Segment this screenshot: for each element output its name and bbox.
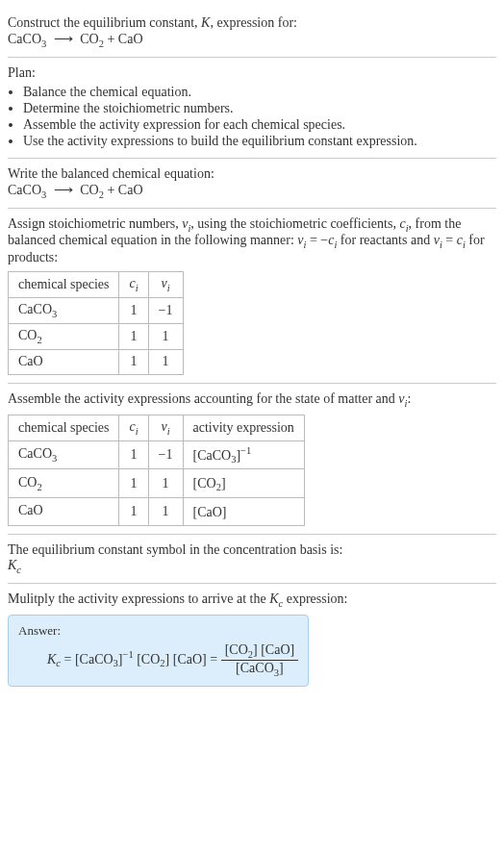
col-ci: ci [119, 272, 148, 298]
nui-cell: 1 [148, 323, 183, 349]
multiply-heading: Mulitply the activity expressions to arr… [8, 591, 496, 609]
species-name: CaCO [18, 302, 52, 316]
k-sym: K [47, 651, 56, 666]
table-header-row: chemical species ci νi activity expressi… [9, 415, 305, 441]
reactant-1-sub: 3 [41, 189, 46, 200]
t1-pre: [CaCO [75, 651, 113, 666]
plan-item: Use the activity expressions to build th… [23, 134, 496, 149]
species-name: CaO [18, 354, 43, 368]
table-row: CaCO3 1 −1 [CaCO3]−1 [9, 440, 305, 468]
col-activity: activity expression [183, 415, 304, 441]
act-pre: [CaCO [193, 448, 232, 463]
nui-cell: −1 [148, 297, 183, 323]
prompt-section: Construct the equilibrium constant, K, e… [8, 8, 496, 58]
table-row: CO2 1 1 [9, 323, 184, 349]
act-post: ] [221, 476, 226, 490]
stoich-t2: , using the stoichiometric coefficients, [190, 216, 399, 231]
table-row: CaO 1 1 [9, 349, 184, 375]
reactant-1-sub: 3 [41, 38, 46, 49]
species-name: CO [18, 475, 37, 490]
prompt-line: Construct the equilibrium constant, K, e… [8, 15, 496, 31]
activity-cell: [CaCO3]−1 [183, 440, 304, 468]
activity-table: chemical species ci νi activity expressi… [8, 415, 305, 526]
species-cell: CO2 [9, 469, 119, 497]
col-nui: νi [148, 272, 183, 298]
species-cell: CO2 [9, 323, 119, 349]
num-a: [CO [225, 642, 248, 657]
ci-cell: 1 [119, 323, 148, 349]
species-cell: CaCO3 [9, 297, 119, 323]
table-row: CO2 1 1 [CO2] [9, 469, 305, 497]
act-post: ] [222, 505, 227, 519]
k-sub: c [16, 565, 21, 575]
balanced-heading: Write the balanced chemical equation: [8, 166, 496, 182]
species-sub: 3 [52, 309, 57, 319]
stoich-table: chemical species ci νi CaCO3 1 −1 CO2 1 … [8, 271, 184, 375]
product-2: CaO [118, 183, 143, 197]
reactant-1: CaCO [8, 32, 41, 46]
den-post: ] [279, 661, 284, 675]
col-nui: νi [148, 415, 183, 441]
species-sub: 2 [37, 482, 41, 492]
ci-cell: 1 [119, 349, 148, 375]
prompt-text-b: , expression for: [210, 15, 297, 30]
species-sub: 2 [37, 335, 41, 345]
species-cell: CaO [9, 349, 119, 375]
kc-symbol: Kc [8, 558, 496, 575]
product-2: CaO [118, 32, 143, 46]
ci-cell: 1 [119, 469, 148, 497]
answer-expression: Kc = [CaCO3]−1 [CO2] [CaO] = [CO2] [CaO]… [18, 642, 298, 678]
num-b: [CaO] [258, 642, 295, 657]
species-cell: CaCO3 [9, 440, 119, 468]
stoich-text: Assign stoichiometric numbers, νi, using… [8, 216, 496, 266]
eq-sign: = [61, 651, 75, 666]
denominator: [CaCO3] [221, 661, 299, 678]
balanced-equation: CaCO3 ⟶ CO2 + CaO [8, 182, 496, 200]
table-row: CaO 1 1 [CaO] [9, 497, 305, 525]
plan-item: Determine the stoichiometric numbers. [23, 101, 496, 116]
nui-cell: 1 [148, 349, 183, 375]
prompt-text-a: Construct the equilibrium constant, [8, 15, 201, 30]
k-symbol: K [201, 15, 210, 30]
numerator: [CO2] [CaO] [221, 642, 299, 661]
table-header-row: chemical species ci νi [9, 272, 184, 298]
activity-cell: [CaO] [183, 497, 304, 525]
plan-section: Plan: Balance the chemical equation. Det… [8, 58, 496, 159]
product-1: CO [80, 183, 98, 197]
ci-cell: 1 [119, 440, 148, 468]
activity-section: Assemble the activity expressions accoun… [8, 384, 496, 535]
plan-heading: Plan: [8, 65, 496, 81]
ci-cell: 1 [119, 297, 148, 323]
species-name: CaO [18, 503, 43, 517]
act-pre: [CaO [193, 505, 222, 519]
col-species: chemical species [9, 272, 119, 298]
col-species: chemical species [9, 415, 119, 441]
nui-cell: −1 [148, 440, 183, 468]
activity-heading: Assemble the activity expressions accoun… [8, 391, 496, 409]
plan-list: Balance the chemical equation. Determine… [8, 85, 496, 149]
mult-h2: expression: [283, 591, 347, 606]
t1-sup: −1 [123, 649, 134, 660]
ci-cell: 1 [119, 497, 148, 525]
nui-cell: 1 [148, 497, 183, 525]
plan-item: Balance the chemical equation. [23, 85, 496, 100]
eq-p: = [442, 233, 457, 247]
activity-cell: [CO2] [183, 469, 304, 497]
product-1: CO [80, 32, 98, 46]
k-sym: K [8, 558, 16, 572]
fraction: [CO2] [CaO][CaCO3] [221, 642, 299, 678]
den-pre: [CaCO [236, 661, 274, 675]
arrow-icon: ⟶ [50, 182, 77, 198]
plan-item: Assemble the activity expression for eac… [23, 117, 496, 133]
answer-label: Answer: [18, 623, 298, 639]
table-row: CaCO3 1 −1 [9, 297, 184, 323]
reactant-1: CaCO [8, 183, 41, 197]
act-sup: −1 [240, 445, 251, 456]
reaction-equation: CaCO3 ⟶ CO2 + CaO [8, 31, 496, 49]
stoich-section: Assign stoichiometric numbers, νi, using… [8, 209, 496, 385]
species-name: CO [18, 328, 37, 342]
eq-r: = − [306, 233, 328, 247]
species-sub: 3 [52, 453, 57, 464]
ci-sub: i [136, 283, 139, 293]
activity-h1: Assemble the activity expressions accoun… [8, 391, 398, 406]
